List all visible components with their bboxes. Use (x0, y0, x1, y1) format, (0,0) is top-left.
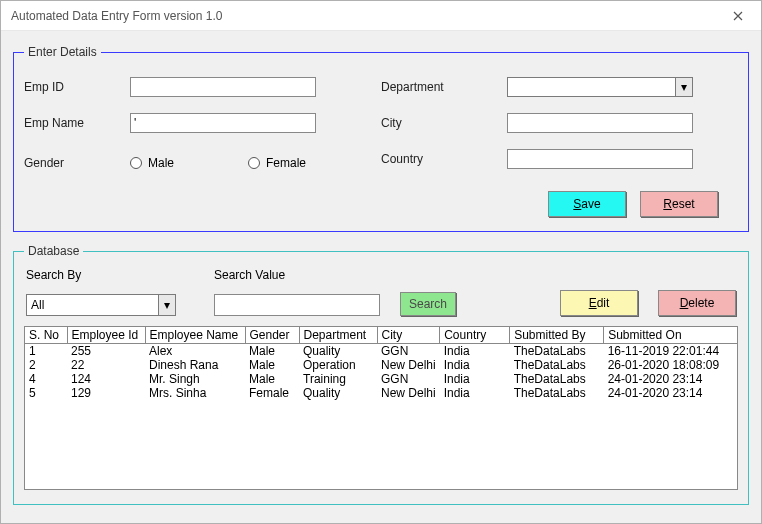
cell-eid: 124 (67, 372, 145, 386)
cell-gender: Male (245, 344, 299, 359)
country-input[interactable] (507, 149, 693, 169)
edit-button[interactable]: Edit (560, 290, 638, 316)
search-label: Search (409, 297, 447, 311)
database-group: Database Search By All ▾ Search Value Se… (13, 244, 749, 505)
cell-sno: 2 (25, 358, 67, 372)
cell-eid: 22 (67, 358, 145, 372)
delete-button[interactable]: Delete (658, 290, 736, 316)
cell-name: Dinesh Rana (145, 358, 245, 372)
cell-city: GGN (377, 372, 440, 386)
city-label: City (381, 116, 507, 130)
search-value-label: Search Value (214, 268, 380, 284)
database-legend: Database (24, 244, 83, 258)
city-input[interactable] (507, 113, 693, 133)
cell-country: India (440, 344, 510, 359)
cell-name: Mr. Singh (145, 372, 245, 386)
cell-gender: Male (245, 372, 299, 386)
cell-eid: 129 (67, 386, 145, 400)
grid-header-row: S. No Employee Id Employee Name Gender D… (25, 327, 737, 344)
gender-male-label: Male (148, 156, 174, 170)
cell-city: GGN (377, 344, 440, 359)
cell-sno: 4 (25, 372, 67, 386)
search-value-input[interactable] (214, 294, 380, 316)
col-name[interactable]: Employee Name (145, 327, 245, 344)
cell-eid: 255 (67, 344, 145, 359)
enter-details-legend: Enter Details (24, 45, 101, 59)
search-button[interactable]: Search (400, 292, 456, 316)
col-sby[interactable]: Submitted By (510, 327, 604, 344)
window-title: Automated Data Entry Form version 1.0 (11, 9, 715, 23)
save-button[interactable]: Save (548, 191, 626, 217)
col-country[interactable]: Country (440, 327, 510, 344)
cell-country: India (440, 372, 510, 386)
cell-gender: Male (245, 358, 299, 372)
chevron-down-icon: ▾ (158, 295, 175, 315)
col-sno[interactable]: S. No (25, 327, 67, 344)
close-icon (733, 11, 743, 21)
data-grid[interactable]: S. No Employee Id Employee Name Gender D… (24, 326, 738, 490)
cell-country: India (440, 358, 510, 372)
cell-country: India (440, 386, 510, 400)
search-by-value: All (31, 298, 44, 312)
cell-name: Alex (145, 344, 245, 359)
delete-label-rest: elete (688, 296, 714, 310)
col-gender[interactable]: Gender (245, 327, 299, 344)
cell-sby: TheDataLabs (510, 372, 604, 386)
cell-son: 26-01-2020 18:08:09 (604, 358, 737, 372)
cell-dept: Operation (299, 358, 377, 372)
gender-female-label: Female (266, 156, 306, 170)
col-emp-id[interactable]: Employee Id (67, 327, 145, 344)
col-city[interactable]: City (377, 327, 440, 344)
cell-son: 24-01-2020 23:14 (604, 386, 737, 400)
gender-label: Gender (24, 156, 130, 170)
cell-gender: Female (245, 386, 299, 400)
reset-label-u: R (663, 197, 672, 211)
cell-dept: Training (299, 372, 377, 386)
chevron-down-icon: ▾ (675, 78, 692, 96)
table-row[interactable]: 5129Mrs. SinhaFemaleQualityNew DelhiIndi… (25, 386, 737, 400)
emp-id-input[interactable] (130, 77, 316, 97)
cell-sby: TheDataLabs (510, 386, 604, 400)
edit-label-u: E (589, 296, 597, 310)
department-combo[interactable]: ▾ (507, 77, 693, 97)
radio-icon (130, 157, 142, 169)
cell-sno: 1 (25, 344, 67, 359)
col-dept[interactable]: Department (299, 327, 377, 344)
titlebar: Automated Data Entry Form version 1.0 (1, 1, 761, 31)
cell-name: Mrs. Sinha (145, 386, 245, 400)
cell-city: New Delhi (377, 358, 440, 372)
content-area: Enter Details Emp ID Emp Name Gender (1, 31, 761, 524)
cell-city: New Delhi (377, 386, 440, 400)
emp-id-label: Emp ID (24, 80, 130, 94)
reset-button[interactable]: Reset (640, 191, 718, 217)
cell-sby: TheDataLabs (510, 358, 604, 372)
cell-sby: TheDataLabs (510, 344, 604, 359)
table-row[interactable]: 4124Mr. SinghMaleTrainingGGNIndiaTheData… (25, 372, 737, 386)
search-by-select[interactable]: All ▾ (26, 294, 176, 316)
search-by-label: Search By (26, 268, 194, 284)
save-label-rest: ave (581, 197, 600, 211)
department-label: Department (381, 80, 507, 94)
cell-dept: Quality (299, 344, 377, 359)
save-label-u: S (573, 197, 581, 211)
enter-details-group: Enter Details Emp ID Emp Name Gender (13, 45, 749, 232)
emp-name-input[interactable] (130, 113, 316, 133)
delete-label-u: D (680, 296, 689, 310)
col-son[interactable]: Submitted On (604, 327, 737, 344)
close-button[interactable] (715, 1, 761, 31)
table-row[interactable]: 1255AlexMaleQualityGGNIndiaTheDataLabs16… (25, 344, 737, 359)
country-label: Country (381, 152, 507, 166)
reset-label-rest: eset (672, 197, 695, 211)
cell-sno: 5 (25, 386, 67, 400)
gender-male-radio[interactable]: Male (130, 156, 174, 170)
gender-female-radio[interactable]: Female (248, 156, 306, 170)
radio-icon (248, 157, 260, 169)
edit-label-rest: dit (597, 296, 610, 310)
emp-name-label: Emp Name (24, 116, 130, 130)
cell-dept: Quality (299, 386, 377, 400)
cell-son: 16-11-2019 22:01:44 (604, 344, 737, 359)
app-window: Automated Data Entry Form version 1.0 En… (0, 0, 762, 524)
cell-son: 24-01-2020 23:14 (604, 372, 737, 386)
table-row[interactable]: 222Dinesh RanaMaleOperationNew DelhiIndi… (25, 358, 737, 372)
gender-radios: Male Female (130, 156, 306, 170)
